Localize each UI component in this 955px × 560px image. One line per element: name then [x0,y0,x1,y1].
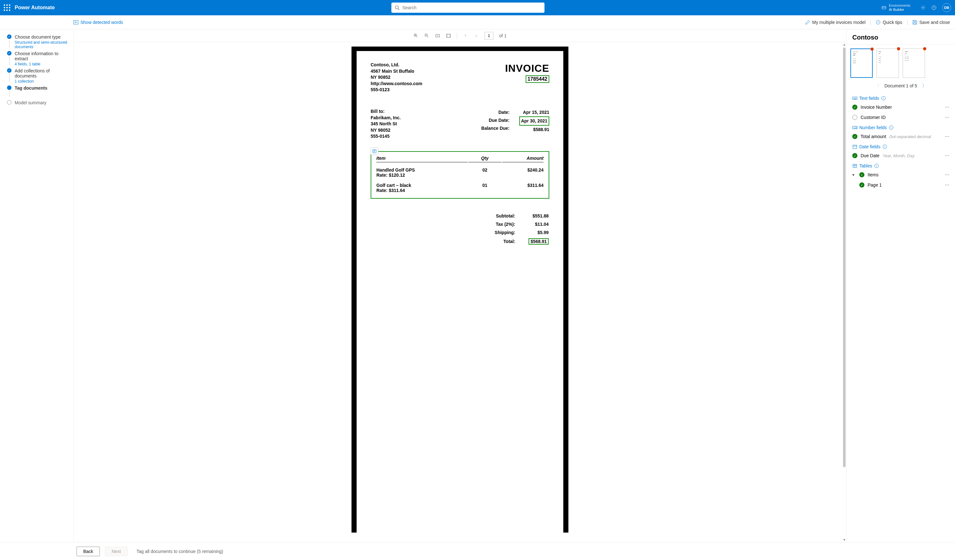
svg-rect-20 [373,150,376,153]
items-table-highlight[interactable]: Item Qty Amount Handled Golf GPSRate: $1… [371,151,549,199]
tables-header: Tables i [847,161,955,170]
show-detected-words-button[interactable]: Show detected words [74,20,123,25]
balance-label: Balance Due: [481,124,510,132]
step-choose-information[interactable]: ✓ Choose information to extract 4 fields… [7,51,70,66]
page-number-input[interactable] [485,32,493,39]
more-icon[interactable]: ⋯ [945,172,949,177]
table-row: Handled Golf GPSRate: $120.12 02 $240.24 [376,163,543,178]
bill-to-name: Fabrikam, Inc. [371,115,401,121]
bill-to-addr2: NY 98052 [371,127,401,134]
app-launcher-icon[interactable] [4,5,10,11]
scroll-up-icon[interactable]: ▲ [843,42,846,47]
totals-block: Subtotal:$551.88 Tax (2%):$11.04 Shippin… [371,211,549,247]
more-icon[interactable]: ⋯ [945,115,949,120]
more-icon[interactable]: ⋯ [945,105,949,110]
th-qty: Qty [468,156,501,162]
wizard-footer: Back Next Tag all documents to continue … [0,542,955,560]
total-highlight[interactable]: $568.91 [529,238,549,245]
unchecked-icon [852,115,857,120]
wizard-stepper: ✓ Choose document type Structured and se… [0,29,74,542]
info-icon[interactable]: i [882,144,888,149]
settings-icon[interactable] [921,5,926,10]
thumbnail-1[interactable]: INVOICE■■■■■■■━━━━━■ ■ ■■ ■ ■ [850,48,873,78]
viewer-scrollbar[interactable]: ▲ ▼ [842,42,846,542]
app-title: Power Automate [15,5,55,11]
step-tag-documents[interactable]: Tag documents [7,86,70,98]
company-phone: 555-0123 [371,87,549,93]
search-input[interactable] [402,5,541,10]
save-icon [912,20,917,25]
info-icon[interactable]: i [874,163,879,168]
th-item: Item [376,156,468,162]
field-items-table[interactable]: ▾ ✓ Items ⋯ [847,170,955,180]
text-box-icon [74,20,78,25]
collection-title: Contoso [847,29,955,45]
info-icon: ? [875,20,881,25]
bill-to-phone: 555-0145 [371,133,401,140]
thumbnail-3[interactable]: ■■■■■■■ ━━ ■■ ━━ ■■ ━━ ■ [903,48,925,78]
prev-doc-button[interactable]: 〈 [875,83,880,89]
svg-point-4 [922,7,924,8]
back-button[interactable]: Back [77,547,100,556]
document-viewer: of 1 Contoso, Ltd. 4567 Main St Buffalo … [74,29,847,542]
svg-rect-2 [882,6,886,9]
info-icon[interactable]: i [881,96,886,101]
text-fields-header: ab Text fields i [847,93,955,102]
environment-name: AI Builder [889,8,910,12]
document-preview[interactable]: Contoso, Ltd. 4567 Main St Buffalo NY 90… [352,47,568,533]
date-label: Date: [481,108,510,116]
help-icon[interactable]: ? [932,5,936,10]
check-icon: ✓ [859,182,864,188]
user-avatar[interactable]: DB [942,3,951,12]
step-model-summary[interactable]: Model summary [7,100,70,105]
step-add-collections[interactable]: ✓ Add collections of documents 1 collect… [7,68,70,84]
check-icon: ✓ [852,105,857,110]
company-addr2: NY 90852 [371,74,549,81]
date-fields-header: Date fields i [847,142,955,150]
fit-width-icon[interactable] [435,33,440,38]
quick-tips-button[interactable]: ? Quick tips [875,20,902,25]
edit-icon [805,20,810,25]
scroll-down-icon[interactable]: ▼ [843,537,846,542]
chevron-down-icon[interactable]: ▾ [852,172,856,177]
invoice-number-highlight[interactable]: 1785442 [526,75,549,83]
table-tag-icon[interactable] [371,147,378,155]
field-due-date[interactable]: ✓ Due Date Year, Month, Day ⋯ [847,150,955,161]
date-field-icon [852,144,857,149]
document-pager: 〈 Document 1 of 5 〉 [847,80,955,93]
number-field-icon: 123 [852,125,857,130]
more-icon[interactable]: ⋯ [945,182,949,188]
environment-picker[interactable]: Environments AI Builder [881,3,910,12]
balance-value: $588.91 [519,126,550,134]
due-date-highlight[interactable]: Apr 30, 2021 [519,116,550,126]
field-items-page1[interactable]: ✓ Page 1 ⋯ [847,180,955,190]
step-choose-document-type[interactable]: ✓ Choose document type Structured and se… [7,34,70,49]
field-invoice-number[interactable]: ✓ Invoice Number ⋯ [847,102,955,112]
th-amount: Amount [502,156,543,162]
zoom-out-icon[interactable] [424,33,429,38]
info-icon[interactable]: i [889,125,894,130]
svg-line-11 [416,36,418,37]
fit-page-icon[interactable] [446,33,451,38]
next-doc-button[interactable]: 〉 [922,83,927,89]
scroll-thumb[interactable] [843,47,845,467]
model-name-link[interactable]: My multiple invoices model [805,20,865,25]
field-customer-id[interactable]: Customer ID ⋯ [847,112,955,122]
svg-text:?: ? [933,6,935,9]
thumbnail-2[interactable]: ■■■■■━━━━■ ■■ ■■ ■ [877,48,899,78]
thumbnail-4-partial[interactable] [929,48,933,78]
check-icon: ✓ [859,172,864,177]
save-and-close-button[interactable]: Save and close [912,20,950,25]
zoom-in-icon[interactable] [413,33,418,38]
more-icon[interactable]: ⋯ [945,134,949,139]
page-total-label: of 1 [499,33,507,38]
environment-label: Environments [889,3,910,8]
more-icon[interactable]: ⋯ [945,153,949,158]
check-icon: ✓ [852,153,857,158]
company-url: http://www.contoso.com [371,81,549,87]
doc-position-label: Document 1 of 5 [885,83,917,88]
field-total-amount[interactable]: ✓ Total amount Dot-separated decimal ⋯ [847,131,955,142]
bill-to-addr1: 345 North St [371,121,401,127]
search-box[interactable] [391,3,545,13]
tagging-panel: Contoso INVOICE■■■■■■■━━━━━■ ■ ■■ ■ ■ ■■… [847,29,955,542]
